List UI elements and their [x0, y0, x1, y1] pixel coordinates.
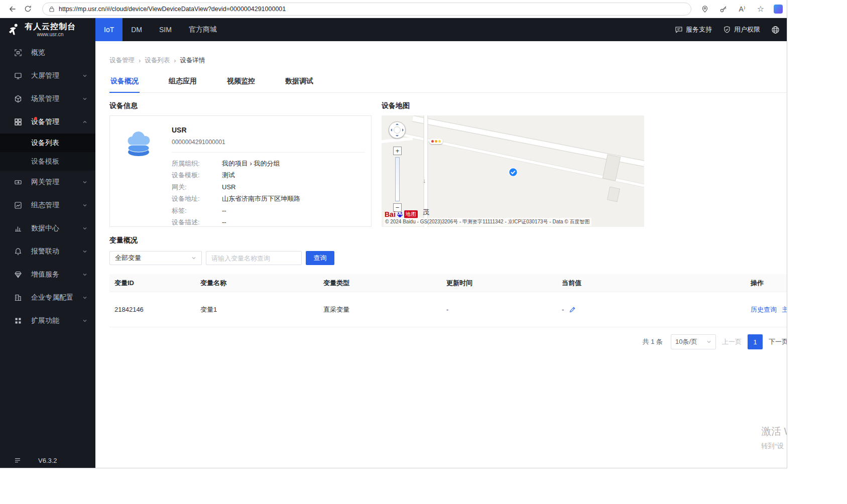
address-bar[interactable]: https://mp.usr.cn/#/cloud/device/ViewDev…	[42, 3, 691, 16]
sidebar-item-label: 大屏管理	[31, 71, 59, 80]
sidebar-item-label: 概览	[31, 48, 45, 57]
map-poi-cluster	[429, 139, 443, 144]
chevron-down-icon	[82, 272, 87, 277]
tab-scada-app[interactable]: 组态应用	[168, 77, 198, 92]
chat-bubble-icon	[675, 26, 683, 34]
favorites-star-icon[interactable]: ☆	[755, 4, 766, 15]
version-row: V6.3.2	[0, 453, 95, 467]
sidebar-item-device-list[interactable]: 设备列表	[0, 134, 95, 152]
device-map[interactable]: + − ↓ Bai 地图 茂 © 2024 Baidu - GS(2023)32…	[382, 115, 644, 227]
top-nav: IoT DM SIM 官方商城	[95, 18, 225, 41]
breadcrumb-device-list[interactable]: 设备列表	[145, 56, 170, 65]
url-text: https://mp.usr.cn/#/cloud/device/ViewDev…	[59, 6, 286, 13]
password-key-icon[interactable]	[718, 4, 729, 15]
field-label: 网关:	[172, 181, 222, 193]
top-nav-sim[interactable]: SIM	[151, 18, 180, 41]
user-permission[interactable]: 用户权限	[723, 25, 760, 34]
location-icon[interactable]	[699, 4, 710, 15]
breadcrumb-separator: ›	[174, 57, 176, 64]
active-report-link[interactable]: 主动上报	[782, 305, 787, 314]
building-icon	[14, 294, 22, 302]
scada-chart-icon	[14, 201, 22, 209]
breadcrumb-device-mgmt[interactable]: 设备管理	[109, 56, 135, 65]
notification-badge	[34, 117, 37, 120]
sidebar-item-label: 报警联动	[31, 247, 59, 256]
field-label: 设备地址:	[172, 193, 222, 204]
cell-actions: 历史查询 主动上报	[746, 292, 787, 327]
page-number-1[interactable]: 1	[748, 334, 763, 349]
chevron-down-icon	[82, 249, 87, 254]
usr-person-icon	[7, 23, 21, 37]
tab-device-overview[interactable]: 设备概况	[109, 77, 140, 92]
zoom-slider[interactable]	[395, 157, 400, 201]
top-nav-dm[interactable]: DM	[123, 18, 151, 41]
sidebar-item-device-template[interactable]: 设备模板	[0, 152, 95, 171]
sidebar-item-value-added[interactable]: 增值服务	[0, 263, 95, 286]
brand-title: 有人云控制台	[25, 22, 76, 31]
page-size-value: 10条/页	[675, 337, 697, 346]
current-value-text: -	[562, 306, 564, 313]
sidebar-item-config-mgmt[interactable]: 组态管理	[0, 194, 95, 217]
top-nav-mall[interactable]: 官方商城	[180, 18, 225, 41]
variable-type-select[interactable]: 全部变量	[109, 251, 202, 265]
field-label: 标签:	[172, 205, 222, 216]
browser-actions: A⁾ ☆	[699, 4, 783, 15]
page-size-select[interactable]: 10条/页	[671, 334, 716, 349]
next-page-button[interactable]: 下一页	[769, 337, 787, 346]
cell-current-value: -	[557, 292, 746, 327]
sidebar-item-alarm-linkage[interactable]: 报警联动	[0, 240, 95, 263]
browser-window: https://mp.usr.cn/#/cloud/device/ViewDev…	[0, 0, 787, 468]
col-current-value: 当前值	[557, 274, 746, 292]
sidebar-item-overview[interactable]: 概览	[0, 41, 95, 64]
variable-search-input[interactable]	[206, 251, 302, 265]
tab-data-debug[interactable]: 数据调试	[284, 77, 314, 92]
baidu-maps-logo: Bai 地图	[385, 210, 418, 218]
sidebar-item-enterprise-config[interactable]: 企业专属配置	[0, 286, 95, 309]
one-way-arrow-icon: ↓	[423, 177, 426, 184]
sidebar-item-gateway-mgmt[interactable]: 网关管理	[0, 171, 95, 194]
browser-toolbar: https://mp.usr.cn/#/cloud/device/ViewDev…	[0, 0, 787, 18]
alarm-bell-icon	[14, 247, 22, 256]
read-aloud-icon[interactable]: A⁾	[737, 4, 748, 15]
map-copyright: © 2024 Baidu - GS(2023)3206号 - 甲测资字11111…	[384, 218, 591, 226]
field-value: USR	[222, 181, 235, 193]
history-query-link[interactable]: 历史查询	[751, 305, 777, 314]
sidebar: 概览 大屏管理 场景管理 设备管理 设备列表 设备模板 网关管理	[0, 41, 95, 468]
zoom-in-button[interactable]: +	[393, 147, 402, 155]
cell-variable-id: 21842146	[109, 292, 195, 327]
col-variable-type: 变量类型	[318, 274, 441, 292]
language-globe-icon[interactable]	[771, 26, 780, 34]
sidebar-item-data-center[interactable]: 数据中心	[0, 217, 95, 240]
tab-video-monitor[interactable]: 视频监控	[226, 77, 256, 92]
device-location-marker[interactable]	[508, 167, 518, 179]
sidebar-item-label: 扩展功能	[31, 316, 59, 325]
sidebar-item-label: 网关管理	[31, 178, 59, 187]
brand-logo[interactable]: 有人云控制台 www.usr.cn	[0, 18, 95, 41]
bar-chart-icon	[14, 224, 22, 232]
back-button[interactable]	[5, 2, 20, 17]
query-button[interactable]: 查询	[306, 251, 334, 265]
sidebar-item-device-mgmt[interactable]: 设备管理	[0, 110, 95, 134]
sidebar-item-scene-mgmt[interactable]: 场景管理	[0, 87, 95, 110]
field-label: 设备模板:	[172, 169, 222, 181]
field-value: 山东省济南市历下区坤顺路	[222, 193, 300, 204]
edit-pencil-icon[interactable]	[569, 306, 576, 313]
map-pan-control[interactable]	[389, 121, 406, 139]
sidebar-item-extensions[interactable]: 扩展功能	[0, 309, 95, 332]
table-row: 21842146 变量1 直采变量 - - 历史查询 主动上报	[109, 292, 787, 327]
top-nav-iot[interactable]: IoT	[95, 18, 123, 41]
service-support[interactable]: 服务支持	[675, 25, 712, 34]
copilot-icon[interactable]	[774, 5, 783, 14]
extensions-grid-icon	[14, 317, 22, 325]
field-value: --	[222, 205, 226, 216]
device-map-title: 设备地图	[382, 101, 410, 110]
refresh-button[interactable]	[20, 2, 35, 17]
cell-update-time: -	[441, 292, 557, 327]
watermark-line2: 转到“设	[761, 442, 787, 451]
watermark-line1: 激活 W	[761, 425, 787, 438]
chevron-down-icon	[82, 295, 87, 300]
col-variable-id: 变量ID	[109, 274, 195, 292]
prev-page-button[interactable]: 上一页	[722, 337, 742, 346]
sidebar-item-screen-mgmt[interactable]: 大屏管理	[0, 64, 95, 87]
main-content: 设备管理 › 设备列表 › 设备详情 设备概况 组态应用 视频监控 数据调试 设…	[95, 41, 787, 468]
